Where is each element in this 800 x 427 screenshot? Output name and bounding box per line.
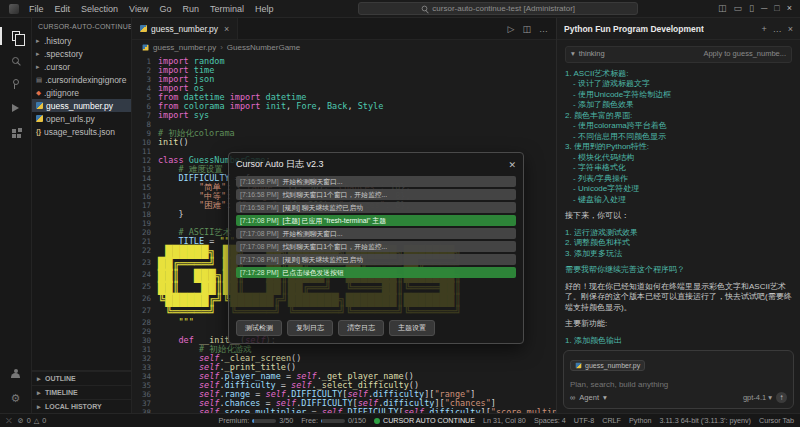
json-file-icon: {} <box>36 128 41 135</box>
dialog-close-icon[interactable]: ✕ <box>508 160 516 170</box>
breadcrumb-file[interactable]: guess_number.py <box>153 43 216 52</box>
problems-indicator[interactable]: ⊘ 0 △ 0 <box>18 416 47 425</box>
code-token: () <box>178 137 188 147</box>
close-button[interactable]: × <box>787 4 792 13</box>
chat-line: 接下来，你可以： <box>565 211 792 222</box>
maximize-button[interactable]: □ <box>774 4 779 13</box>
encoding[interactable]: UTF-8 <box>574 416 594 425</box>
cursor-tab-status[interactable]: Cursor Tab <box>759 416 794 425</box>
thinking-row[interactable]: ▾thinkingApply to guess_numbe... <box>565 46 792 63</box>
file-item--cursorindexingignore[interactable]: ▤.cursorindexingignore <box>32 73 131 86</box>
premium-quota[interactable]: Premium: 3/50 <box>218 416 293 425</box>
section-local-history[interactable]: ▸LOCAL HISTORY <box>32 399 131 413</box>
menu-file[interactable]: File <box>24 3 49 15</box>
run-file-icon[interactable]: ▷ <box>508 24 515 34</box>
menu-edit[interactable]: Edit <box>50 3 76 15</box>
chat-messages[interactable]: ▾thinkingApply to guess_numbe...1. ASCII… <box>557 40 800 345</box>
chat-history-icon[interactable]: … <box>773 24 782 34</box>
breadcrumb[interactable]: guess_number.py › GuessNumberGame <box>132 40 556 55</box>
chat-panel: Python Fun Program Development + … × ▾th… <box>556 18 800 413</box>
explorer-icon[interactable] <box>0 24 32 48</box>
apply-link[interactable]: Apply to guess_numbe... <box>703 49 786 60</box>
chat-close-icon[interactable]: × <box>788 24 793 34</box>
explorer-title[interactable]: CURSOR-AUTO-CONTINUE-TEST … <box>32 18 131 34</box>
line-number: 12 <box>132 156 158 165</box>
settings-gear-icon[interactable] <box>0 385 32 409</box>
agent-mode-select[interactable]: Agent <box>579 393 599 402</box>
tab-guess-number[interactable]: guess_number.py × <box>132 18 238 39</box>
dialog-button-测试检测[interactable]: 测试检测 <box>236 320 282 336</box>
extensions-icon[interactable] <box>0 120 32 144</box>
chat-line: 需要我帮你继续完善这个程序吗？ <box>565 265 792 276</box>
chat-line: - 不同信息用不同颜色显示 <box>565 132 792 143</box>
model-select[interactable]: gpt-4.1 ▾ <box>743 393 772 402</box>
dialog-button-清空日志[interactable]: 清空日志 <box>338 320 384 336</box>
file-item-open-urls-py[interactable]: open_urls.py <box>32 112 131 125</box>
toggle-secondary-sidebar-icon[interactable]: ▯ <box>749 4 754 13</box>
line-number: 27 <box>132 306 158 318</box>
line-number: 5 <box>132 93 158 102</box>
editor-actions: ▷ ◫ … <box>508 18 556 39</box>
remote-icon[interactable]: ⤫ <box>6 416 12 425</box>
dialog-button-复制日志[interactable]: 复制日志 <box>287 320 333 336</box>
chat-line: 2. 调整颜色和样式 <box>565 238 792 249</box>
eol-sequence[interactable]: CRLF <box>602 416 621 425</box>
cursor-position[interactable]: Ln 31, Col 80 <box>483 416 526 425</box>
dialog-button-主题设置[interactable]: 主题设置 <box>389 320 435 336</box>
account-icon[interactable] <box>0 361 32 385</box>
auto-continue-toggle[interactable]: CURSOR AUTO CONTINUE <box>374 416 475 425</box>
file-item--history[interactable]: ▸.history <box>32 34 131 47</box>
code-token: DIFFICULTY <box>347 407 398 413</box>
line-number: 23 <box>132 258 158 270</box>
source-control-icon[interactable] <box>0 72 32 96</box>
code-token: self <box>322 407 342 413</box>
log-row: [7:16:58 PM]找到聊天窗口1个窗口，开始监控... <box>236 189 516 200</box>
toggle-panel-icon[interactable]: ▭ <box>733 4 742 13</box>
tab-close-icon[interactable]: × <box>224 24 229 34</box>
status-bar: ⤫ ⊘ 0 △ 0 Premium: 3/50 Free: 0/150 CURS… <box>0 413 800 427</box>
file-label: .history <box>44 36 71 46</box>
menu-go[interactable]: Go <box>154 3 176 15</box>
menu-run[interactable]: Run <box>177 3 204 15</box>
chat-text-input[interactable] <box>570 380 787 389</box>
section-timeline[interactable]: ▸TIMELINE <box>32 385 131 399</box>
context-chip[interactable]: guess_number.py <box>570 360 645 371</box>
send-button[interactable]: ↑ <box>776 392 787 403</box>
file-item-guess-number-py[interactable]: guess_number.py <box>32 99 131 112</box>
file-item--gitignore[interactable]: ◆.gitignore <box>32 86 131 99</box>
code-text: self.score_multiplier = self.DIFFICULTY[… <box>158 408 556 413</box>
python-interpreter[interactable]: 3.11.3 64-bit ('3.11.3': pyenv) <box>659 416 751 425</box>
line-number: 7 <box>132 111 158 120</box>
file-item-usage-results-json[interactable]: {}usage_results.json <box>32 125 131 138</box>
minimize-button[interactable]: ─ <box>761 4 767 13</box>
premium-value: 3/50 <box>279 416 293 425</box>
log-row: [7:16:58 PM]开始检测聊天窗口... <box>236 176 516 187</box>
toggle-sidebar-icon[interactable]: ◫ <box>718 4 727 13</box>
search-icon[interactable] <box>0 48 32 72</box>
warning-count: 0 <box>42 416 46 425</box>
section-outline[interactable]: ▸OUTLINE <box>32 371 131 385</box>
breadcrumb-symbol[interactable]: GuessNumberGame <box>227 43 300 52</box>
code-token: init <box>158 137 178 147</box>
file-item--cursor[interactable]: ▸.cursor <box>32 60 131 73</box>
menu-terminal[interactable]: Terminal <box>205 3 249 15</box>
chat-line: 1. 运行游戏测试效果 <box>565 228 792 239</box>
editor-more-icon[interactable]: … <box>539 24 548 34</box>
log-list: [7:16:58 PM]开始检测聊天窗口...[7:16:58 PM]找到聊天窗… <box>236 176 516 280</box>
indentation[interactable]: Spaces: 4 <box>534 416 566 425</box>
run-debug-icon[interactable] <box>0 96 32 120</box>
chat-input-box[interactable]: guess_number.py ∞ Agent ▾ gpt-4.1 ▾ ↑ <box>563 350 794 409</box>
menu-selection[interactable]: Selection <box>76 3 123 15</box>
free-quota[interactable]: Free: 0/150 <box>301 416 366 425</box>
menu-help[interactable]: Help <box>250 3 279 15</box>
log-timestamp: [7:17:08 PM] <box>240 230 279 237</box>
file-item--specstory[interactable]: ▸.specstory <box>32 47 131 60</box>
split-editor-icon[interactable]: ◫ <box>522 24 531 34</box>
command-center-search[interactable]: cursor-auto-continue-test [Administrator… <box>358 2 638 15</box>
auto-continue-label: CURSOR AUTO CONTINUE <box>383 416 475 425</box>
menu-view[interactable]: View <box>124 3 153 15</box>
new-chat-icon[interactable]: + <box>761 24 766 34</box>
status-right: Premium: 3/50 Free: 0/150 CURSOR AUTO CO… <box>218 416 794 425</box>
language-mode[interactable]: Python <box>629 416 651 425</box>
premium-label: Premium: <box>218 416 249 425</box>
